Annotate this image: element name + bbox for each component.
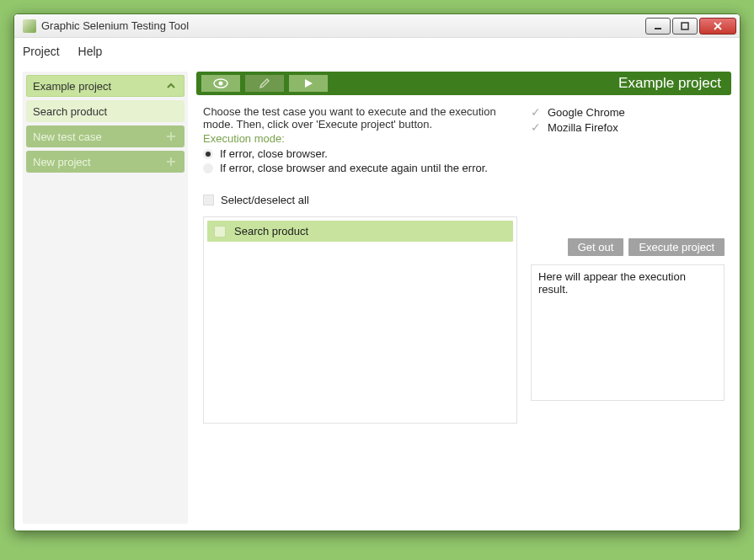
radio-icon (203, 149, 213, 159)
instructions-text: Choose the test case you want to execute… (203, 105, 517, 131)
chevron-up-icon (164, 79, 178, 93)
test-case-item[interactable]: Search product (207, 221, 513, 242)
header-title: Example project (333, 75, 726, 92)
eye-icon (213, 78, 228, 88)
window-title: Graphic Selenium Testing Tool (41, 19, 645, 32)
sidebar-testcase-label: Search product (33, 105, 107, 118)
checkmark-icon: ✓ (531, 105, 541, 119)
body-area: Example project Search product New test … (14, 65, 740, 531)
test-case-name: Search product (234, 225, 308, 237)
select-all-row[interactable]: Select/deselect all (203, 194, 517, 206)
sidebar-new-project[interactable]: New project (26, 151, 184, 173)
menu-help[interactable]: Help (77, 41, 104, 61)
maximize-button[interactable] (672, 18, 698, 35)
menubar: Project Help (14, 38, 740, 65)
svg-point-9 (219, 82, 223, 86)
radio-option-2[interactable]: If error, close browser and execute agai… (203, 162, 517, 174)
result-placeholder: Here will appear the execution result. (538, 270, 686, 296)
action-row: Get out Execute project (531, 238, 725, 256)
header-bar: Example project (196, 72, 731, 95)
checkbox-icon[interactable] (214, 226, 226, 237)
window-controls (645, 18, 736, 35)
checkmark-icon: ✓ (531, 120, 541, 134)
browser-chrome-label: Google Chrome (548, 106, 625, 119)
radio-option-1[interactable]: If error, close browser. (203, 147, 517, 160)
test-case-list: Search product (203, 216, 517, 424)
sidebar-project-label: Example project (33, 80, 111, 93)
minimize-button[interactable] (645, 18, 671, 35)
sidebar-new-project-label: New project (33, 156, 91, 168)
svg-marker-10 (305, 79, 313, 88)
browser-firefox[interactable]: ✓ Mozilla Firefox (531, 120, 725, 134)
radio-icon (203, 163, 213, 173)
browser-chrome[interactable]: ✓ Google Chrome (531, 105, 725, 119)
view-button[interactable] (201, 75, 240, 92)
main-window: Graphic Selenium Testing Tool Project He… (13, 13, 741, 531)
checkbox-icon (203, 195, 214, 205)
main-panel: Example project Choose the test case you… (196, 72, 731, 524)
edit-button[interactable] (245, 75, 284, 92)
execution-mode-label: Execution mode: (203, 132, 517, 145)
select-all-label: Select/deselect all (221, 194, 309, 206)
titlebar: Graphic Selenium Testing Tool (14, 14, 740, 38)
pencil-icon (259, 77, 270, 89)
content: Choose the test case you want to execute… (196, 95, 731, 524)
content-right: ✓ Google Chrome ✓ Mozilla Firefox Get ou… (531, 105, 725, 514)
browser-firefox-label: Mozilla Firefox (548, 121, 618, 134)
radio-label-1: If error, close browser. (220, 147, 328, 160)
plus-icon (164, 155, 178, 168)
radio-label-2: If error, close browser and execute agai… (220, 162, 488, 174)
menu-project[interactable]: Project (21, 41, 61, 61)
sidebar-testcase[interactable]: Search product (26, 100, 184, 122)
sidebar-new-testcase[interactable]: New test case (26, 125, 184, 147)
result-box: Here will appear the execution result. (531, 264, 725, 401)
content-left: Choose the test case you want to execute… (203, 105, 517, 514)
get-out-button[interactable]: Get out (568, 238, 624, 256)
close-button[interactable] (699, 18, 736, 35)
plus-icon (164, 130, 178, 143)
sidebar-new-testcase-label: New test case (33, 131, 102, 143)
play-icon (303, 78, 313, 88)
app-icon (23, 19, 36, 33)
execute-project-button[interactable]: Execute project (628, 238, 725, 256)
svg-rect-1 (682, 23, 688, 29)
sidebar: Example project Search product New test … (23, 72, 188, 524)
play-button[interactable] (289, 75, 328, 92)
sidebar-project[interactable]: Example project (26, 75, 184, 97)
